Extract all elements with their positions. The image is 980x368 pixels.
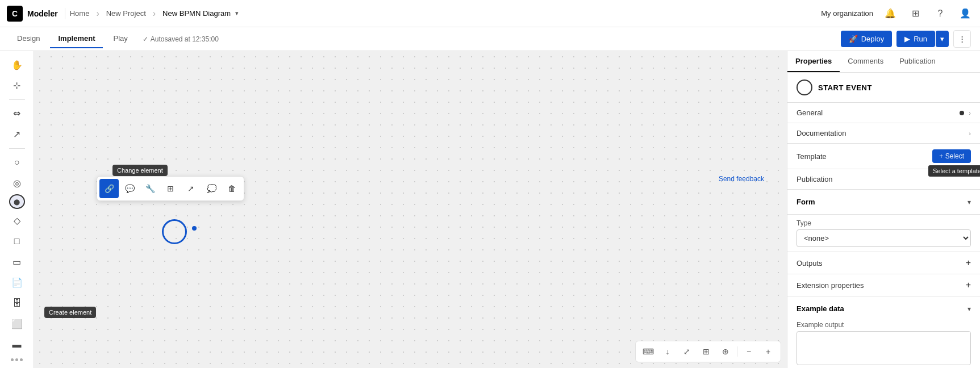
dot3 <box>20 358 23 361</box>
documentation-section: Documentation › <box>787 123 980 144</box>
template-row: Template + Select Select a template <box>787 144 980 169</box>
example-output-label: Example output <box>787 319 980 331</box>
panel-header: START EVENT <box>787 73 980 103</box>
wrench-elem-button[interactable]: 🔧 <box>140 179 160 198</box>
app-name: Modeler <box>27 9 58 18</box>
app-logo: C <box>7 6 23 22</box>
deploy-button[interactable]: 🚀 Deploy <box>841 31 892 47</box>
run-label: Run <box>914 35 927 43</box>
diamond-tool-button[interactable]: ◇ <box>7 211 27 229</box>
arrow-elem-button[interactable]: ↗ <box>181 179 201 198</box>
type-label: Type <box>796 219 971 227</box>
start-event-connector <box>192 226 197 231</box>
breadcrumb-project[interactable]: New Project <box>106 9 146 18</box>
tab-comments[interactable]: Comments <box>840 51 891 72</box>
breadcrumb-home[interactable]: Home <box>70 9 90 18</box>
outputs-add-icon[interactable]: + <box>966 258 971 268</box>
arrow-tool-button[interactable]: ↗ <box>7 125 27 143</box>
hand-tool-button[interactable]: ✋ <box>7 56 27 74</box>
tab-properties[interactable]: Properties <box>787 51 840 72</box>
example-output-textarea[interactable] <box>796 331 971 365</box>
doc-tool-button[interactable]: 📄 <box>7 273 27 291</box>
start-event-shape[interactable] <box>162 219 187 244</box>
run-icon: ▶ <box>904 35 910 43</box>
breadcrumb-sep1: › <box>96 9 99 19</box>
link-elem-button[interactable]: 🔗 <box>99 179 119 198</box>
split-tool-button[interactable]: ⇔ <box>7 104 27 123</box>
example-data-header[interactable]: Example data ▾ <box>787 299 980 319</box>
outputs-row[interactable]: Outputs + <box>787 252 980 274</box>
help-icon[interactable]: ? <box>932 6 948 22</box>
left-toolbar: ✋ ⊹ ⇔ ↗ ○ ◎ ⬤ ◇ □ ▭ 📄 🗄 ⬜ ▬ <box>0 51 34 368</box>
zoom-in-button[interactable]: + <box>760 344 776 359</box>
example-data-title: Example data <box>796 304 968 313</box>
tab-play[interactable]: Play <box>105 30 135 48</box>
type-select[interactable]: <none> Form Script Service <box>796 229 971 247</box>
event-type-label: START EVENT <box>818 83 872 92</box>
documentation-header[interactable]: Documentation › <box>787 123 980 143</box>
delete-elem-button[interactable]: 🗑 <box>222 179 241 198</box>
general-title: General <box>796 108 960 117</box>
general-chevron: › <box>969 110 971 116</box>
start-event-icon <box>796 80 812 95</box>
type-row: Type <none> Form Script Service <box>787 215 980 252</box>
general-header[interactable]: General › <box>787 103 980 123</box>
form-chevron: ▾ <box>968 198 971 206</box>
crosshair-button[interactable]: ⊕ <box>718 344 733 359</box>
notification-icon[interactable]: 🔔 <box>882 6 898 22</box>
expand-button[interactable]: ⤢ <box>679 344 695 359</box>
run-button[interactable]: ▶ Run <box>896 31 935 47</box>
deploy-icon: 🚀 <box>849 35 858 43</box>
grid-icon[interactable]: ⊞ <box>907 6 923 22</box>
zoom-out-button[interactable]: − <box>741 344 757 359</box>
select-template-button[interactable]: + Select <box>932 149 971 163</box>
panel-tabs: Properties Comments Publication <box>787 51 980 73</box>
rect-rounded-button[interactable]: ▭ <box>7 253 27 271</box>
cylinder-tool-button[interactable]: 🗄 <box>7 294 27 312</box>
send-feedback-link[interactable]: Send feedback <box>719 175 764 183</box>
comment-elem-button[interactable]: 💭 <box>202 179 221 198</box>
circle-tool-button[interactable]: ○ <box>7 153 27 172</box>
nav-right: My organization 🔔 ⊞ ? 👤 <box>821 6 973 22</box>
top-nav: C Modeler Home › New Project › New BPMN … <box>0 0 980 27</box>
autosaved-status: ✓ Autosaved at 12:35:00 <box>143 35 219 43</box>
run-dropdown-button[interactable]: ▾ <box>936 31 949 47</box>
element-toolbar: 🔗 💬 🔧 ⊞ ↗ 💭 🗑 <box>97 176 244 201</box>
tab-bar: Design Implement Play ✓ Autosaved at 12:… <box>0 27 980 51</box>
keyboard-button[interactable]: ⌨ <box>640 344 656 359</box>
form-section: Form ▾ <box>787 190 980 215</box>
breadcrumb-dropdown-icon[interactable]: ▾ <box>235 10 239 17</box>
resize-elem-button[interactable]: ⊞ <box>161 179 180 198</box>
more-tools-dots[interactable] <box>9 356 25 363</box>
form-section-header[interactable]: Form ▾ <box>787 192 980 212</box>
extension-label: Extension properties <box>796 281 966 290</box>
nav-divider <box>65 8 65 19</box>
download-button[interactable]: ↓ <box>660 344 675 359</box>
more-options-button[interactable]: ⋮ <box>953 30 971 48</box>
rect3-tool-button[interactable]: ▬ <box>7 336 27 354</box>
change-element-tooltip: Change element <box>112 165 168 176</box>
canvas-area[interactable]: Change element 🔗 💬 🔧 ⊞ ↗ 💭 🗑 Send feedba… <box>34 51 787 368</box>
rect-tool-button[interactable]: □ <box>7 232 27 250</box>
autosaved-text: Autosaved at 12:35:00 <box>151 35 219 43</box>
extension-row[interactable]: Extension properties + <box>787 274 980 296</box>
tab-design[interactable]: Design <box>9 30 48 48</box>
marquee-tool-button[interactable]: ⊹ <box>7 76 27 94</box>
tab-publication[interactable]: Publication <box>891 51 944 72</box>
bottom-divider <box>737 346 737 357</box>
create-element-tooltip: Create element <box>44 307 96 318</box>
rect2-tool-button[interactable]: ⬜ <box>7 315 27 333</box>
breadcrumb-diagram[interactable]: New BPMN Diagram <box>162 9 231 18</box>
grid-view-button[interactable]: ⊞ <box>698 344 714 359</box>
toolbar-separator-2 <box>9 148 25 149</box>
form-title: Form <box>796 198 968 206</box>
bottom-toolbar: ⌨ ↓ ⤢ ⊞ ⊕ − + <box>635 341 781 362</box>
bubble-elem-button[interactable]: 💬 <box>120 179 139 198</box>
extension-add-icon[interactable]: + <box>966 280 971 290</box>
tab-implement[interactable]: Implement <box>50 30 103 48</box>
user-icon[interactable]: 👤 <box>957 6 973 22</box>
circle-bold-button[interactable]: ⬤ <box>9 194 25 209</box>
circle-dashed-button[interactable]: ◎ <box>7 174 27 192</box>
breadcrumb-sep2: › <box>153 9 156 19</box>
example-data-chevron: ▾ <box>968 305 971 313</box>
